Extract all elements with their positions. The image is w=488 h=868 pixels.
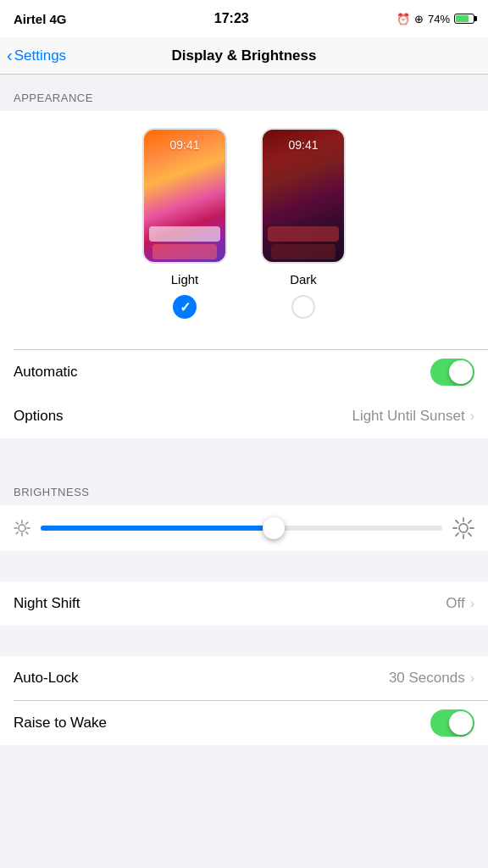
svg-line-14 [456, 520, 458, 523]
back-button[interactable]: ‹ Settings [7, 47, 66, 64]
brightness-slider-container [0, 505, 488, 551]
dark-label: Dark [290, 272, 317, 287]
brightness-row [14, 517, 474, 539]
carrier-text: Airtel 4G [14, 12, 67, 26]
light-preview-time: 09:41 [144, 130, 225, 152]
appearance-options: 09:41 Light 09:41 Dar [14, 128, 474, 319]
status-indicators: ⏰ ⊕ 74% [396, 13, 474, 25]
svg-line-6 [26, 532, 28, 534]
status-bar: Airtel 4G 17:23 ⏰ ⊕ 74% [0, 0, 488, 37]
night-shift-chevron-icon: › [470, 596, 474, 611]
light-label: Light [171, 272, 199, 287]
svg-line-16 [469, 520, 471, 523]
options-label: Options [14, 408, 64, 425]
light-widget-1 [149, 226, 220, 242]
raise-to-wake-label: Raise to Wake [14, 715, 107, 732]
raise-to-wake-toggle[interactable] [430, 709, 474, 737]
automatic-label: Automatic [14, 364, 78, 381]
appearance-card: 09:41 Light 09:41 Dar [0, 111, 488, 438]
night-shift-value-container: Off › [446, 595, 474, 612]
auto-lock-value-container: 30 Seconds › [389, 670, 474, 687]
svg-line-8 [16, 532, 18, 534]
dark-preview: 09:41 [261, 128, 346, 264]
dark-option[interactable]: 09:41 Dark [261, 128, 346, 319]
light-option[interactable]: 09:41 Light [142, 128, 227, 319]
lock-icon: ⊕ [414, 13, 424, 25]
svg-point-9 [459, 524, 468, 532]
light-radio[interactable] [173, 295, 197, 319]
night-shift-value-text: Off [446, 595, 464, 612]
light-preview: 09:41 [142, 128, 227, 264]
brightness-high-icon [452, 517, 474, 539]
brightness-slider[interactable] [41, 526, 442, 531]
slider-fill [41, 526, 274, 531]
night-shift-label: Night Shift [14, 595, 80, 612]
light-widget-2 [152, 244, 218, 259]
time-text: 17:23 [214, 11, 249, 26]
dark-widget-2 [271, 244, 336, 259]
brightness-low-icon [14, 520, 30, 537]
raise-to-wake-row: Raise to Wake [0, 701, 488, 745]
dark-preview-time: 09:41 [263, 130, 344, 152]
appearance-options-container: 09:41 Light 09:41 Dar [0, 111, 488, 349]
battery-percent: 74% [428, 13, 450, 25]
dark-preview-widgets [263, 224, 344, 262]
page-title: Display & Brightness [172, 47, 317, 64]
spacer-1 [0, 438, 488, 469]
brightness-section-label: BRIGHTNESS [0, 469, 488, 505]
options-value-container: Light Until Sunset › [352, 408, 474, 425]
battery-icon [454, 14, 474, 24]
slider-track [41, 526, 442, 531]
spacer-2 [0, 551, 488, 581]
auto-lock-chevron-icon: › [470, 670, 474, 686]
automatic-row: Automatic [0, 350, 488, 394]
svg-line-15 [469, 533, 471, 536]
auto-lock-label: Auto-Lock [14, 670, 79, 687]
toggle-knob [449, 360, 473, 384]
auto-lock-row[interactable]: Auto-Lock 30 Seconds › [0, 656, 488, 700]
svg-point-0 [19, 525, 25, 531]
auto-lock-value-text: 30 Seconds [389, 670, 465, 687]
alarm-icon: ⏰ [396, 13, 410, 25]
appearance-section-label: APPEARANCE [0, 75, 488, 111]
options-row[interactable]: Options Light Until Sunset › [0, 394, 488, 438]
dark-widget-1 [268, 226, 339, 242]
svg-line-5 [16, 522, 18, 524]
automatic-toggle[interactable] [430, 359, 474, 386]
svg-line-7 [26, 522, 28, 524]
dark-radio[interactable] [291, 295, 315, 319]
brightness-card [0, 505, 488, 551]
options-chevron-icon: › [470, 409, 474, 424]
bottom-card: Auto-Lock 30 Seconds › Raise to Wake [0, 656, 488, 745]
spacer-3 [0, 626, 488, 656]
raise-to-wake-knob [449, 711, 473, 735]
back-label: Settings [14, 47, 66, 64]
night-shift-card: Night Shift Off › [0, 581, 488, 626]
light-preview-widgets [144, 224, 225, 262]
svg-line-17 [456, 533, 458, 536]
navigation-bar: ‹ Settings Display & Brightness [0, 37, 488, 75]
options-value-text: Light Until Sunset [352, 408, 464, 425]
chevron-left-icon: ‹ [7, 47, 13, 64]
slider-thumb[interactable] [263, 517, 285, 539]
night-shift-row[interactable]: Night Shift Off › [0, 581, 488, 626]
